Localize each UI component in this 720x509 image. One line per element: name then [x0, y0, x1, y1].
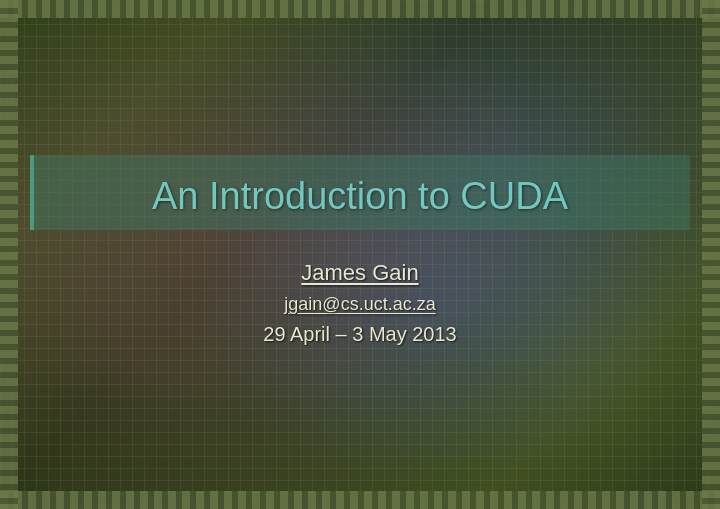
author-email: jgain@cs.uct.ac.za — [284, 294, 435, 315]
author-name: James Gain — [301, 260, 418, 286]
slide-date: 29 April – 3 May 2013 — [263, 323, 456, 346]
slide: An Introduction to CUDA James Gain jgain… — [0, 0, 720, 509]
slide-title: An Introduction to CUDA — [132, 163, 588, 230]
content-area: An Introduction to CUDA James Gain jgain… — [0, 0, 720, 509]
